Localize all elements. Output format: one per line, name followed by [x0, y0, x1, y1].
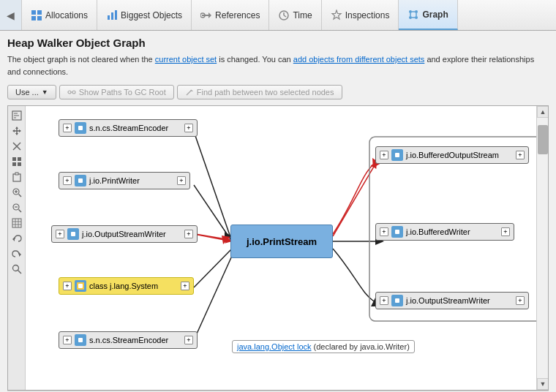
- expand-right-btn-2[interactable]: +: [177, 176, 186, 185]
- sidebar-layout-icon[interactable]: [10, 155, 23, 168]
- svg-rect-73: [78, 284, 83, 288]
- description: The object graph is not cleared when the…: [7, 53, 549, 78]
- allocations-icon: [31, 10, 42, 21]
- tab-references[interactable]: References: [192, 0, 269, 30]
- action-bar: Use ... ▼ Show Paths To GC Root Find pat…: [7, 85, 549, 99]
- svg-marker-52: [19, 252, 21, 257]
- expand-right-btn-4[interactable]: +: [181, 282, 189, 290]
- svg-line-12: [284, 15, 286, 17]
- node-label-buffered-writer: j.io.BufferedWriter: [406, 227, 470, 236]
- expand-right-btn-5[interactable]: +: [184, 336, 193, 344]
- time-label: Time: [293, 10, 312, 20]
- node-stream-encoder-1[interactable]: + s.n.cs.StreamEncoder +: [59, 119, 198, 137]
- svg-line-24: [187, 90, 192, 95]
- svg-rect-6: [115, 10, 117, 20]
- svg-rect-71: [71, 232, 75, 236]
- use-label: Use ...: [15, 88, 39, 97]
- tab-time[interactable]: Time: [269, 0, 321, 30]
- find-path-button[interactable]: Find path between two selected nodes: [177, 85, 342, 99]
- svg-marker-30: [19, 129, 21, 132]
- svg-marker-8: [209, 12, 211, 18]
- node-print-stream[interactable]: j.io.PrintStream: [230, 225, 333, 258]
- toolbar: ◀ Allocations Biggest Objects References: [0, 0, 556, 31]
- svg-rect-46: [12, 219, 21, 227]
- expand-btn-4[interactable]: +: [63, 282, 72, 290]
- svg-marker-29: [12, 129, 15, 132]
- svg-rect-79: [395, 230, 399, 234]
- svg-point-16: [415, 16, 418, 19]
- desc-text2: is changed. You can: [217, 55, 293, 64]
- tab-allocations[interactable]: Allocations: [22, 0, 97, 30]
- sidebar-clipboard-icon[interactable]: [10, 170, 23, 184]
- expand-btn-1[interactable]: +: [63, 124, 72, 132]
- node-label-class-lang-system: class j.lang.System: [89, 282, 158, 290]
- lock-label-link[interactable]: java.lang.Object lock: [237, 342, 312, 351]
- sidebar-zoom-in-icon[interactable]: [10, 186, 23, 199]
- svg-rect-33: [12, 157, 16, 161]
- sidebar-select-icon[interactable]: [10, 109, 23, 122]
- node-print-writer[interactable]: + j.io.PrintWriter +: [59, 172, 190, 189]
- expand-btn-2[interactable]: +: [63, 176, 72, 185]
- add-objects-link[interactable]: add objects from different object sets: [293, 55, 425, 64]
- scroll-up-button[interactable]: ▲: [537, 106, 549, 118]
- dropdown-arrow-icon: ▼: [42, 88, 48, 96]
- node-icon-7: [391, 226, 403, 238]
- sidebar-move-icon[interactable]: [10, 124, 23, 137]
- node-stream-encoder-2[interactable]: + s.n.cs.StreamEncoder +: [59, 331, 198, 349]
- pencil-icon: [185, 88, 194, 97]
- svg-rect-77: [395, 153, 399, 157]
- sidebar-undo-icon[interactable]: [10, 232, 23, 245]
- current-object-set-link[interactable]: current object set: [155, 55, 217, 64]
- tab-graph[interactable]: Graph: [399, 0, 457, 30]
- back-button[interactable]: ◀: [0, 0, 22, 30]
- node-label-print-stream: j.io.PrintStream: [247, 236, 317, 247]
- node-output-stream-writer-left[interactable]: + j.io.OutputStreamWriter +: [51, 225, 198, 243]
- sidebar-delete-icon[interactable]: [10, 140, 23, 153]
- svg-rect-1: [37, 10, 42, 15]
- expand-right-btn-8[interactable]: +: [516, 296, 525, 305]
- node-icon-5: [75, 334, 86, 346]
- expand-right-btn-6[interactable]: +: [516, 151, 525, 159]
- expand-right-btn-1[interactable]: +: [184, 124, 193, 132]
- show-paths-button[interactable]: Show Paths To GC Root: [59, 85, 174, 99]
- svg-rect-4: [108, 15, 110, 20]
- show-paths-label: Show Paths To GC Root: [79, 88, 166, 97]
- graph-container: + s.n.cs.StreamEncoder + + j.io.PrintWri…: [7, 105, 549, 391]
- svg-marker-28: [15, 133, 18, 135]
- tab-biggest[interactable]: Biggest Objects: [97, 0, 192, 30]
- svg-point-13: [409, 10, 412, 13]
- svg-point-21: [68, 91, 71, 94]
- node-label-print-writer: j.io.PrintWriter: [89, 176, 140, 185]
- scroll-thumb[interactable]: [538, 125, 548, 154]
- expand-btn-8[interactable]: +: [380, 296, 388, 305]
- expand-btn-5[interactable]: +: [63, 336, 72, 344]
- lock-label-text: (declared by java.io.Writer): [312, 342, 410, 351]
- lock-label: java.lang.Object lock (declared by java.…: [232, 340, 415, 353]
- left-sidebar: [8, 106, 26, 390]
- scroll-track: [537, 118, 548, 378]
- inspections-icon: [331, 10, 342, 21]
- expand-btn-3[interactable]: +: [56, 230, 64, 238]
- use-button[interactable]: Use ... ▼: [7, 85, 56, 99]
- tab-inspections[interactable]: Inspections: [322, 0, 399, 30]
- sidebar-grid-icon[interactable]: [10, 216, 23, 230]
- right-scrollbar: ▲ ▼: [536, 106, 548, 390]
- node-class-lang-system[interactable]: + class j.lang.System +: [59, 277, 194, 295]
- main-content: Heap Walker Object Graph The object grap…: [0, 31, 556, 392]
- node-buffered-writer[interactable]: + j.io.BufferedWriter +: [375, 223, 514, 241]
- sidebar-redo-icon[interactable]: [10, 247, 23, 260]
- node-icon-4: [75, 280, 86, 292]
- clock-icon: [278, 10, 290, 21]
- node-output-stream-writer-right[interactable]: + j.io.OutputStreamWriter +: [375, 292, 529, 309]
- node-icon-1: [75, 122, 86, 134]
- expand-btn-7[interactable]: +: [380, 227, 388, 236]
- sidebar-zoom-out-icon[interactable]: [10, 201, 23, 214]
- expand-btn-6[interactable]: +: [380, 151, 388, 159]
- paths-icon: [67, 88, 76, 97]
- node-label-stream-encoder-1: s.n.cs.StreamEncoder: [89, 124, 168, 132]
- expand-right-btn-3[interactable]: +: [184, 230, 193, 238]
- expand-right-btn-7[interactable]: +: [501, 227, 510, 236]
- node-buffered-output[interactable]: + j.io.BufferedOutputStream +: [375, 146, 529, 164]
- scroll-down-button[interactable]: ▼: [537, 378, 549, 390]
- sidebar-search-icon[interactable]: [10, 263, 23, 276]
